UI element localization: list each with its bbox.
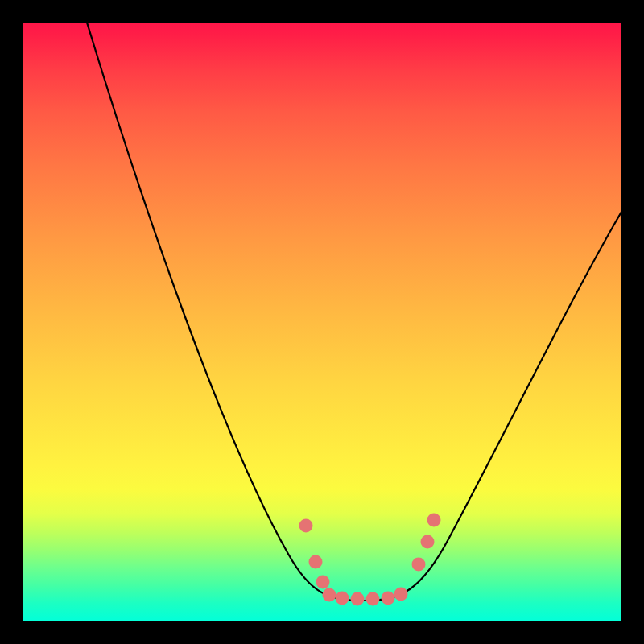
bottleneck-curve [23,23,621,621]
chart-plot-area [23,23,621,621]
valley-marker [336,592,349,605]
valley-marker [351,592,365,606]
curve-path [87,23,621,601]
valley-marker [299,519,313,533]
valley-marker [309,555,323,569]
valley-marker [366,592,380,606]
valley-marker [316,576,330,589]
valley-marker [427,514,441,527]
valley-marker [323,588,336,602]
valley-marker [412,558,426,572]
valley-marker [421,535,435,549]
valley-marker [394,588,408,601]
valley-marker [382,592,395,605]
